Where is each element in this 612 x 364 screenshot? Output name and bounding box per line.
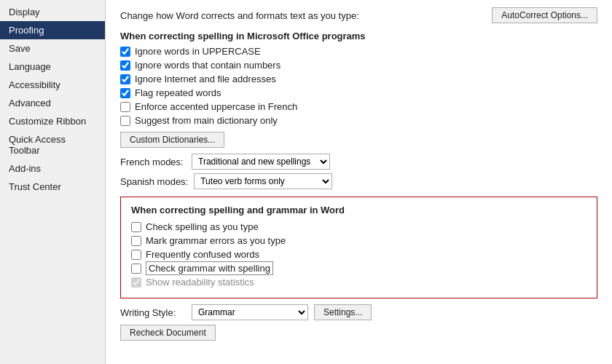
checkbox-row-confused-words: Frequently confused words <box>131 249 586 260</box>
checkbox-row-suggest-main: Suggest from main dictionary only <box>120 115 597 126</box>
checkbox-mark-grammar[interactable] <box>131 236 141 246</box>
autocorrect-row: Change how Word corrects and formats tex… <box>120 7 597 23</box>
writing-style-row: Writing Style: GrammarGrammar & Refineme… <box>120 304 597 320</box>
word-section: When correcting spelling and grammar in … <box>120 197 597 298</box>
sidebar: DisplayProofingSaveLanguageAccessibility… <box>0 0 106 364</box>
french-modes-row: French modes: Traditional and new spelli… <box>120 154 597 170</box>
sidebar-item-trust-center[interactable]: Trust Center <box>0 178 105 196</box>
checkbox-label-ignore-numbers: Ignore words that contain numbers <box>135 60 280 71</box>
sidebar-item-display[interactable]: Display <box>0 3 105 21</box>
checkbox-row-ignore-internet: Ignore Internet and file addresses <box>120 74 597 84</box>
checkbox-label-flag-repeated: Flag repeated words <box>135 87 221 98</box>
spanish-modes-select[interactable]: Tuteo verb forms onlyVoseo verb forms on… <box>194 173 332 189</box>
sidebar-item-save[interactable]: Save <box>0 39 105 58</box>
sidebar-item-quick-access[interactable]: Quick Access Toolbar <box>0 130 105 159</box>
checkbox-row-check-grammar: Check grammar with spelling <box>131 263 586 274</box>
sidebar-item-advanced[interactable]: Advanced <box>0 94 105 112</box>
writing-style-label: Writing Style: <box>120 307 186 318</box>
sidebar-item-customize-ribbon[interactable]: Customize Ribbon <box>0 112 105 130</box>
checkbox-enforce-accented[interactable] <box>120 102 130 112</box>
checkbox-suggest-main[interactable] <box>120 116 130 126</box>
custom-dictionaries-button[interactable]: Custom Dictionaries... <box>120 132 224 148</box>
word-section-header: When correcting spelling and grammar in … <box>131 205 586 215</box>
checkbox-ignore-numbers[interactable] <box>120 60 130 71</box>
checkbox-row-mark-grammar: Mark grammar errors as you type <box>131 235 586 246</box>
checkbox-label-confused-words: Frequently confused words <box>146 249 259 260</box>
checkbox-label-mark-grammar: Mark grammar errors as you type <box>146 235 286 246</box>
checkbox-readability <box>131 277 141 288</box>
checkbox-label-check-spelling: Check spelling as you type <box>146 221 259 232</box>
checkbox-label-enforce-accented: Enforce accented uppercase in French <box>135 101 297 112</box>
spanish-modes-label: Spanish modes: <box>120 176 188 187</box>
checkbox-label-check-grammar: Check grammar with spelling <box>146 263 273 274</box>
checkbox-ignore-internet[interactable] <box>120 74 130 84</box>
checkbox-row-ignore-uppercase: Ignore words in UPPERCASE <box>120 46 597 57</box>
checkbox-row-ignore-numbers: Ignore words that contain numbers <box>120 60 597 71</box>
checkbox-label-readability: Show readability statistics <box>146 277 254 288</box>
autocorrect-desc: Change how Word corrects and formats tex… <box>120 10 359 21</box>
checkbox-check-spelling[interactable] <box>131 222 141 232</box>
checkbox-confused-words[interactable] <box>131 250 141 260</box>
checkbox-row-check-spelling: Check spelling as you type <box>131 221 586 232</box>
checkbox-check-grammar[interactable] <box>131 264 141 274</box>
checkbox-label-ignore-internet: Ignore Internet and file addresses <box>135 74 276 84</box>
office-section-header: When correcting spelling in Microsoft Of… <box>120 31 597 41</box>
checkbox-ignore-uppercase[interactable] <box>120 47 130 57</box>
settings-button[interactable]: Settings... <box>314 304 372 320</box>
main-content: Change how Word corrects and formats tex… <box>106 0 612 364</box>
sidebar-item-add-ins[interactable]: Add-ins <box>0 159 105 178</box>
french-modes-select[interactable]: Traditional and new spellingsTraditional… <box>192 154 330 170</box>
recheck-row: Recheck Document <box>120 325 597 341</box>
checkbox-row-readability: Show readability statistics <box>131 277 586 288</box>
sidebar-item-proofing[interactable]: Proofing <box>0 21 105 39</box>
checkbox-label-ignore-uppercase: Ignore words in UPPERCASE <box>135 46 261 57</box>
word-checkboxes: Check spelling as you typeMark grammar e… <box>131 221 586 288</box>
checkbox-flag-repeated[interactable] <box>120 88 130 98</box>
checkbox-row-enforce-accented: Enforce accented uppercase in French <box>120 101 597 112</box>
sidebar-item-accessibility[interactable]: Accessibility <box>0 76 105 94</box>
checkbox-row-flag-repeated: Flag repeated words <box>120 87 597 98</box>
autocorrect-options-button[interactable]: AutoCorrect Options... <box>492 7 597 23</box>
writing-style-select[interactable]: GrammarGrammar & RefinementsGrammar & St… <box>192 304 308 320</box>
checkbox-label-suggest-main: Suggest from main dictionary only <box>135 115 278 126</box>
office-checkboxes: Ignore words in UPPERCASEIgnore words th… <box>120 46 597 126</box>
french-modes-label: French modes: <box>120 157 186 167</box>
sidebar-item-language[interactable]: Language <box>0 58 105 76</box>
spanish-modes-row: Spanish modes: Tuteo verb forms onlyVose… <box>120 173 597 189</box>
recheck-document-button[interactable]: Recheck Document <box>120 325 216 341</box>
